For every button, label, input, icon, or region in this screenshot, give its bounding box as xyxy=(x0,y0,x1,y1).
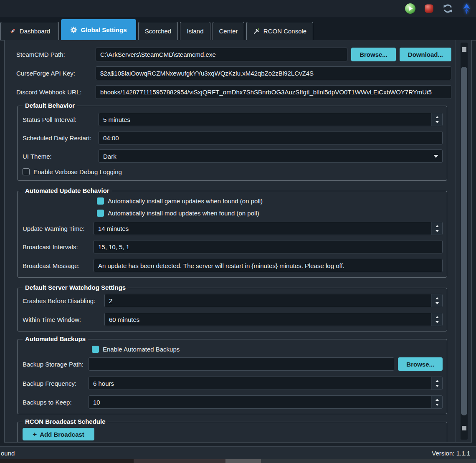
rocket-icon xyxy=(9,28,16,35)
backup-storage-path-input[interactable] xyxy=(89,357,394,371)
curseforge-api-key-input[interactable] xyxy=(96,66,451,80)
checkbox-unchecked[interactable] xyxy=(23,168,30,175)
global-settings-pane: SteamCMD Path: Browse... Download... Cur… xyxy=(4,40,472,443)
status-bar: ound Version: 1.1.1 xyxy=(0,446,476,459)
update-warning-label: Update Warning Time: xyxy=(23,225,94,232)
steamcmd-path-input[interactable] xyxy=(96,48,347,61)
daily-restart-input[interactable] xyxy=(99,131,443,144)
within-time-window-value: 60 minutes xyxy=(105,316,431,323)
bottom-edge-segment xyxy=(134,459,225,463)
broadcast-message-row: Broadcast Message: xyxy=(23,259,443,272)
time-window-spinner-buttons[interactable] xyxy=(431,313,442,326)
status-poll-label: Status Poll Interval: xyxy=(23,116,99,123)
update-warning-row: Update Warning Time: 14 minutes xyxy=(23,222,443,235)
auto-mod-updates-checkbox[interactable]: Automatically install mod updates when f… xyxy=(97,209,443,217)
curseforge-api-key-row: CurseForge API Key: xyxy=(16,66,451,80)
discord-webhook-input[interactable] xyxy=(96,85,451,99)
tab-center[interactable]: Center xyxy=(213,22,244,40)
crashes-before-disabling-spinbox[interactable]: 2 xyxy=(104,294,443,307)
backup-frequency-row: Backup Frequency: 6 hours xyxy=(23,377,443,390)
bottom-edge-segment xyxy=(261,459,476,463)
discord-webhook-label: Discord Webhook URL: xyxy=(16,89,96,96)
antenna-icon xyxy=(253,28,260,35)
backup-storage-path-row: Backup Storage Path: Browse... xyxy=(23,357,443,371)
steamcmd-download-button[interactable]: Download... xyxy=(400,48,451,61)
auto-mod-updates-label: Automatically install mod updates when f… xyxy=(108,210,259,217)
update-icon xyxy=(461,3,472,14)
tab-island[interactable]: Island xyxy=(180,22,210,40)
auto-game-updates-checkbox[interactable]: Automatically install game updates when … xyxy=(97,197,443,205)
tab-scorched[interactable]: Scorched xyxy=(138,22,178,40)
top-toolbar xyxy=(0,0,476,17)
tab-bar: Dashboard Global Settings Scorched Islan… xyxy=(0,17,476,40)
steamcmd-path-row: SteamCMD Path: Browse... Download... xyxy=(16,48,451,61)
version-label: Version: 1.1.1 xyxy=(432,450,470,457)
backups-to-keep-row: Backups to Keep: 10 xyxy=(23,395,443,409)
discord-webhook-row: Discord Webhook URL: xyxy=(16,85,451,99)
scrollbar-thumb[interactable] xyxy=(461,67,467,415)
status-poll-value: 5 minutes xyxy=(99,116,431,123)
tab-dashboard[interactable]: Dashboard xyxy=(0,22,59,40)
backups-to-keep-spinbox[interactable]: 10 xyxy=(89,395,443,409)
checkbox-checked[interactable] xyxy=(97,197,104,205)
tab-rcon-console[interactable]: RCON Console xyxy=(246,22,313,40)
bottom-edge-segment xyxy=(225,459,261,463)
checkbox-checked[interactable] xyxy=(97,210,104,217)
status-poll-spinner-buttons[interactable] xyxy=(431,113,442,126)
backups-group: Automated Backups Enable Automated Backu… xyxy=(17,339,447,414)
backup-frequency-spinner-buttons[interactable] xyxy=(431,377,442,390)
crashes-before-disabling-row: Crashes Before Disabling: 2 xyxy=(23,294,443,307)
within-time-window-label: Within Time Window: xyxy=(23,316,104,323)
broadcast-intervals-input[interactable] xyxy=(94,240,443,253)
refresh-button[interactable] xyxy=(441,2,454,15)
stop-server-button[interactable] xyxy=(423,2,435,15)
update-warning-spinbox[interactable]: 14 minutes xyxy=(94,222,443,235)
update-button[interactable] xyxy=(460,2,473,15)
within-time-window-spinbox[interactable]: 60 minutes xyxy=(104,313,443,326)
backups-to-keep-spinner-buttons[interactable] xyxy=(431,396,442,408)
rcon-broadcast-title: RCON Broadcast Schedule xyxy=(23,418,108,425)
update-warning-value: 14 minutes xyxy=(94,225,431,232)
verbose-logging-checkbox[interactable]: Enable Verbose Debug Logging xyxy=(23,168,443,175)
backup-browse-button[interactable]: Browse... xyxy=(398,357,443,371)
tab-label: RCON Console xyxy=(263,28,306,35)
start-server-button[interactable] xyxy=(404,2,416,15)
backup-frequency-spinbox[interactable]: 6 hours xyxy=(89,377,443,390)
backups-to-keep-label: Backups to Keep: xyxy=(23,399,89,406)
default-behavior-title: Default Behavior xyxy=(23,102,77,109)
enable-backups-checkbox[interactable]: Enable Automated Backups xyxy=(92,345,443,353)
checkbox-checked[interactable] xyxy=(92,346,99,353)
default-behavior-group: Default Behavior Status Poll Interval: 5… xyxy=(17,106,447,181)
broadcast-message-input[interactable] xyxy=(94,259,443,272)
chevron-down-icon xyxy=(433,155,438,158)
steamcmd-browse-button[interactable]: Browse... xyxy=(351,48,396,61)
broadcast-intervals-row: Broadcast Intervals: xyxy=(23,240,443,253)
start-server-icon xyxy=(405,3,416,14)
add-broadcast-label: Add Broadcast xyxy=(40,431,84,438)
watchdog-title: Default Server Watchdog Settings xyxy=(23,284,128,291)
tab-label: Scorched xyxy=(145,28,171,35)
add-broadcast-button[interactable]: + Add Broadcast xyxy=(23,428,94,440)
ui-theme-dropdown[interactable]: Dark xyxy=(99,149,443,163)
verbose-logging-label: Enable Verbose Debug Logging xyxy=(33,168,122,175)
plus-icon: + xyxy=(33,431,37,438)
ui-theme-label: UI Theme: xyxy=(23,153,99,160)
crashes-before-disabling-value: 2 xyxy=(105,297,431,304)
scroll-up-button[interactable] xyxy=(462,47,466,52)
scroll-down-button[interactable] xyxy=(462,426,466,430)
automated-updates-title: Automated Update Behavior xyxy=(23,187,112,194)
status-poll-spinbox[interactable]: 5 minutes xyxy=(99,113,443,126)
enable-backups-label: Enable Automated Backups xyxy=(103,346,180,353)
steamcmd-path-label: SteamCMD Path: xyxy=(16,51,96,58)
backups-title: Automated Backups xyxy=(23,335,88,342)
crashes-before-disabling-label: Crashes Before Disabling: xyxy=(23,297,104,304)
tab-label: Island xyxy=(187,28,203,35)
crashes-spinner-buttons[interactable] xyxy=(431,294,442,307)
watchdog-group: Default Server Watchdog Settings Crashes… xyxy=(17,288,447,331)
vertical-scrollbar[interactable] xyxy=(460,43,468,440)
bottom-window-edge xyxy=(0,459,476,463)
update-warning-spinner-buttons[interactable] xyxy=(431,222,442,235)
tab-global-settings[interactable]: Global Settings xyxy=(61,19,136,40)
within-time-window-row: Within Time Window: 60 minutes xyxy=(23,313,443,326)
status-message: ound xyxy=(1,450,15,457)
